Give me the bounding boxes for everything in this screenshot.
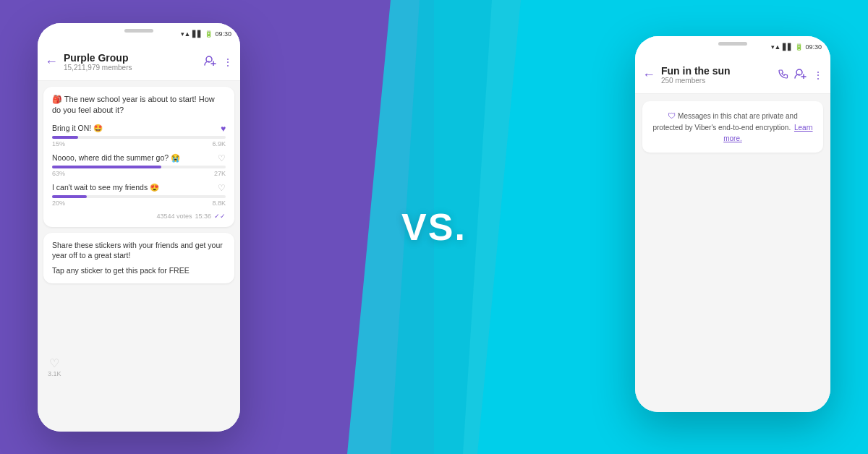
wifi-icon: ▾▲ xyxy=(181,30,191,38)
vs-label: VS. xyxy=(401,205,467,249)
poll-option-1-text: Bring it ON! 🤩 xyxy=(52,124,221,133)
poll-option-2[interactable]: Noooo, where did the summer go? 😭 ♡ 63% … xyxy=(52,153,226,177)
poll-option-3[interactable]: I can't wait to see my friends 😍 ♡ 20% 8… xyxy=(52,183,226,207)
poll-bar-fill-3 xyxy=(52,195,87,198)
back-button-right[interactable]: ← xyxy=(642,67,655,82)
poll-bar-bg-2 xyxy=(52,166,226,168)
status-bar-left: ▾▲ ▋▋ 🔋 09:30 xyxy=(181,30,231,38)
poll-count-3: 8.8K xyxy=(212,200,226,207)
poll-time: 15:36 xyxy=(195,213,211,220)
poll-percent-3: 20% xyxy=(52,200,65,207)
sticker-card: Share these stickers with your friends a… xyxy=(43,233,234,283)
status-bar-right: ▾▲ ▋▋ 🔋 09:30 xyxy=(771,43,822,51)
more-icon-left[interactable]: ⋮ xyxy=(223,56,233,68)
sticker-text-1: Share these stickers with your friends a… xyxy=(52,240,226,261)
header-actions-left: ⋮ xyxy=(204,56,233,68)
battery-icon: 🔋 xyxy=(205,30,213,38)
poll-option-1[interactable]: Bring it ON! 🤩 ♥ 15% 6.9K xyxy=(52,124,226,147)
poll-check: ✓✓ xyxy=(214,213,226,220)
poll-votes: 43544 votes xyxy=(156,213,192,220)
poll-option-3-text: I can't wait to see my friends 😍 xyxy=(52,183,218,192)
poll-bar-fill-2 xyxy=(52,166,161,168)
add-member-icon-left[interactable] xyxy=(204,56,217,68)
privacy-card: 🛡 Messages in this chat are private and … xyxy=(642,101,823,153)
poll-bar-fill-1 xyxy=(52,136,78,139)
chat-subtitle-right: 250 members xyxy=(661,77,778,85)
phone-right: ▾▲ ▋▋ 🔋 09:30 ← Fun in the sun 250 membe… xyxy=(635,36,830,412)
notch-pill-right xyxy=(718,42,747,46)
wifi-icon-right: ▾▲ xyxy=(771,43,781,51)
poll-question: 🎒 The new school year is about to start!… xyxy=(52,94,226,116)
header-actions-right: ⋮ xyxy=(778,69,823,81)
chat-header-right: ← Fun in the sun 250 members xyxy=(635,56,830,94)
phone-left: ▾▲ ▋▋ 🔋 09:30 ← Purple Group 15,211,979 … xyxy=(38,23,240,432)
back-button-left[interactable]: ← xyxy=(45,54,58,69)
notch-pill xyxy=(124,29,153,33)
battery-icon-right: 🔋 xyxy=(795,43,803,51)
poll-count-2: 27K xyxy=(214,170,226,177)
signal-icon: ▋▋ xyxy=(192,30,203,38)
chat-body-left: 🎒 The new school year is about to start!… xyxy=(38,81,240,432)
poll-option-2-text: Noooo, where did the summer go? 😭 xyxy=(52,153,218,163)
signal-icon-right: ▋▋ xyxy=(783,43,793,51)
like-heart-icon: ♡ xyxy=(49,356,59,370)
poll-footer: 43544 votes 15:36 ✓✓ xyxy=(52,213,226,220)
sticker-text-2: Tap any sticker to get this pack for FRE… xyxy=(52,265,226,276)
poll-heart-3[interactable]: ♡ xyxy=(218,183,226,193)
poll-percent-2: 63% xyxy=(52,170,65,177)
chat-title-left: Purple Group xyxy=(64,52,204,64)
time-left: 09:30 xyxy=(215,30,231,38)
poll-heart-1[interactable]: ♥ xyxy=(221,124,226,134)
poll-count-1: 6.9K xyxy=(212,140,226,147)
time-right: 09:30 xyxy=(805,43,822,51)
like-count: 3.1K xyxy=(48,370,61,377)
phone-right-notch: ▾▲ ▋▋ 🔋 09:30 xyxy=(635,36,830,56)
poll-bar-bg-1 xyxy=(52,136,226,139)
chat-title-right: Fun in the sun xyxy=(661,65,778,77)
chat-body-right: 🛡 Messages in this chat are private and … xyxy=(635,94,830,412)
add-member-icon-right[interactable] xyxy=(794,69,807,81)
chat-info-right: Fun in the sun 250 members xyxy=(661,65,778,85)
chat-subtitle-left: 15,211,979 members xyxy=(64,64,204,72)
poll-heart-2[interactable]: ♡ xyxy=(218,153,226,163)
phone-call-icon[interactable] xyxy=(778,69,788,81)
poll-bar-bg-3 xyxy=(52,195,226,198)
chat-info-left: Purple Group 15,211,979 members xyxy=(64,52,204,72)
poll-card: 🎒 The new school year is about to start!… xyxy=(43,87,234,227)
chat-header-left: ← Purple Group 15,211,979 members ⋮ xyxy=(38,43,240,81)
phone-left-notch: ▾▲ ▋▋ 🔋 09:30 xyxy=(38,23,240,43)
shield-icon: 🛡 xyxy=(668,111,676,120)
poll-percent-1: 15% xyxy=(52,140,65,147)
more-icon-right[interactable]: ⋮ xyxy=(813,69,823,81)
like-button-left[interactable]: ♡ 3.1K xyxy=(48,356,61,377)
